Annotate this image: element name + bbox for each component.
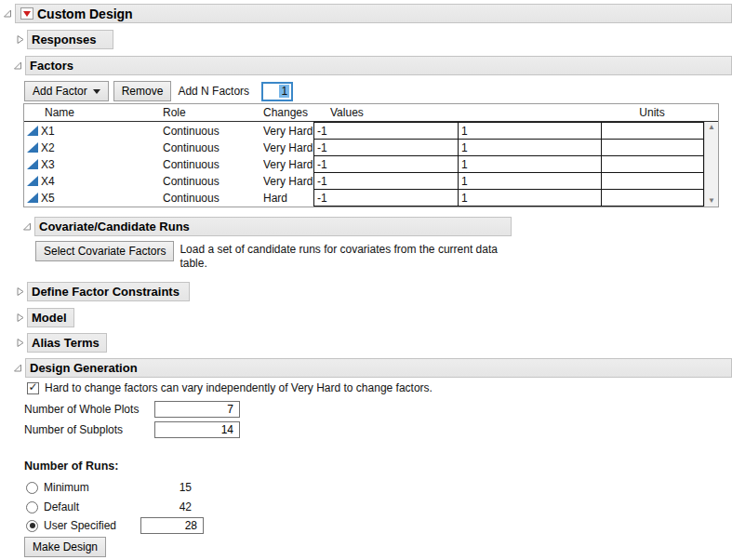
- default-value: 42: [140, 500, 192, 513]
- alias-terms-label: Alias Terms: [32, 336, 100, 350]
- scroll-up-icon[interactable]: ▲: [708, 124, 715, 131]
- factor-role[interactable]: Continuous: [163, 139, 263, 156]
- column-header-changes: Changes: [263, 106, 313, 119]
- add-n-factors-value: 1: [279, 85, 289, 98]
- factor-changes[interactable]: Very Hard: [263, 139, 313, 156]
- factor-role[interactable]: Continuous: [163, 122, 263, 140]
- table-row[interactable]: X2 Continuous Very Hard -1 1: [24, 139, 718, 156]
- covariate-description: Load a set of candidate runs for covaria…: [180, 241, 512, 271]
- factor-changes[interactable]: Hard: [263, 189, 313, 207]
- factor-changes[interactable]: Very Hard: [263, 172, 313, 190]
- subplots-row: Number of Subplots: [24, 420, 240, 438]
- model-header[interactable]: Model: [27, 308, 74, 327]
- whole-plots-input[interactable]: [154, 401, 240, 418]
- table-row[interactable]: X1 Continuous Very Hard -1 1: [24, 122, 718, 140]
- user-specified-radio[interactable]: [26, 520, 38, 532]
- remove-button[interactable]: Remove: [113, 81, 172, 101]
- factor-role[interactable]: Continuous: [163, 172, 263, 190]
- factor-units[interactable]: [602, 189, 704, 207]
- covariate-header[interactable]: Covariate/Candidate Runs: [34, 217, 512, 236]
- disclosure-open-icon[interactable]: [13, 60, 23, 71]
- factor-units[interactable]: [602, 139, 704, 156]
- factor-value-high[interactable]: 1: [459, 122, 602, 140]
- subplots-input[interactable]: [154, 421, 240, 438]
- factor-role[interactable]: Continuous: [163, 155, 263, 173]
- model-row: Model: [15, 308, 74, 327]
- factor-name: X4: [41, 175, 55, 188]
- continuous-factor-icon: [27, 193, 38, 203]
- design-generation-band: Design Generation: [25, 358, 732, 378]
- define-factor-constraints-header[interactable]: Define Factor Constraints: [27, 282, 190, 301]
- subplots-label: Number of Subplots: [24, 423, 154, 436]
- hard-to-change-row: Hard to change factors can vary independ…: [27, 381, 433, 394]
- factor-units[interactable]: [602, 172, 704, 190]
- factor-value-low[interactable]: -1: [313, 122, 459, 140]
- user-specified-input[interactable]: [140, 517, 204, 534]
- minimum-option-row: Minimum 15: [26, 479, 204, 496]
- htc-checkbox[interactable]: [27, 382, 39, 394]
- table-scrollbar[interactable]: ▲ ▼: [704, 122, 718, 207]
- covariate-header-row: Covariate/Candidate Runs: [22, 217, 512, 236]
- factor-name: X2: [41, 141, 55, 154]
- responses-label: Responses: [32, 33, 96, 47]
- continuous-factor-icon: [27, 176, 38, 186]
- define-factor-constraints-row: Define Factor Constraints: [15, 282, 190, 301]
- factor-value-low[interactable]: -1: [313, 189, 459, 207]
- factor-value-high[interactable]: 1: [459, 155, 602, 173]
- factor-value-high[interactable]: 1: [459, 172, 602, 190]
- factor-name: X3: [41, 158, 55, 171]
- whole-plots-row: Number of Whole Plots: [24, 400, 240, 418]
- disclosure-open-icon[interactable]: [22, 221, 33, 232]
- disclosure-open-icon[interactable]: [13, 363, 23, 373]
- user-specified-label: User Specified: [44, 519, 140, 532]
- factors-band: Factors: [25, 56, 732, 75]
- chevron-down-icon: [93, 89, 100, 94]
- table-row[interactable]: X4 Continuous Very Hard -1 1: [24, 172, 718, 190]
- column-header-name: Name: [24, 106, 163, 119]
- red-triangle-menu-button[interactable]: [20, 7, 33, 20]
- factor-value-high[interactable]: 1: [459, 189, 602, 207]
- define-factor-constraints-label: Define Factor Constraints: [32, 285, 180, 299]
- factor-role[interactable]: Continuous: [163, 189, 263, 207]
- column-header-values: Values: [313, 106, 602, 119]
- custom-design-band: Custom Design: [15, 4, 732, 23]
- factors-header-row: Factors: [13, 56, 732, 75]
- factor-value-high[interactable]: 1: [459, 139, 602, 156]
- add-factor-button[interactable]: Add Factor: [24, 81, 109, 101]
- table-row[interactable]: X5 Continuous Hard -1 1: [24, 189, 718, 207]
- alias-terms-header[interactable]: Alias Terms: [27, 333, 107, 353]
- factor-value-low[interactable]: -1: [313, 155, 459, 173]
- whole-plots-label: Number of Whole Plots: [24, 403, 154, 416]
- factor-value-low[interactable]: -1: [313, 172, 459, 190]
- add-n-factors-input[interactable]: 1: [261, 82, 293, 101]
- model-label: Model: [32, 311, 67, 325]
- select-covariate-factors-button[interactable]: Select Covariate Factors: [35, 241, 174, 261]
- scroll-down-icon[interactable]: ▼: [708, 197, 715, 205]
- make-design-button[interactable]: Make Design: [24, 537, 106, 557]
- number-of-runs-group: Minimum 15 Default 42 User Specified: [26, 479, 204, 534]
- table-row[interactable]: X3 Continuous Very Hard -1 1: [24, 155, 718, 173]
- default-option-row: Default 42: [26, 499, 204, 515]
- column-header-role: Role: [163, 106, 263, 119]
- disclosure-collapsed-icon[interactable]: [15, 287, 25, 297]
- default-radio[interactable]: [26, 501, 38, 513]
- design-generation-label: Design Generation: [30, 361, 138, 375]
- factor-units[interactable]: [602, 155, 704, 173]
- minimum-radio[interactable]: [26, 482, 38, 494]
- continuous-factor-icon: [27, 159, 38, 169]
- disclosure-open-icon[interactable]: [3, 8, 13, 19]
- factor-changes[interactable]: Very Hard: [263, 122, 313, 140]
- disclosure-collapsed-icon[interactable]: [15, 338, 25, 348]
- default-label: Default: [44, 500, 140, 513]
- select-covariate-factors-label: Select Covariate Factors: [44, 245, 166, 258]
- disclosure-collapsed-icon[interactable]: [15, 313, 25, 323]
- continuous-factor-icon: [27, 142, 38, 153]
- factor-units[interactable]: [602, 122, 704, 140]
- custom-design-header-row: Custom Design: [3, 4, 732, 23]
- disclosure-collapsed-icon[interactable]: [15, 34, 25, 45]
- factors-table-header: Name Role Changes Values Units: [24, 104, 718, 122]
- factor-changes[interactable]: Very Hard: [263, 155, 313, 173]
- factor-value-low[interactable]: -1: [313, 139, 459, 156]
- responses-header[interactable]: Responses: [27, 30, 113, 49]
- covariate-label: Covariate/Candidate Runs: [39, 220, 190, 233]
